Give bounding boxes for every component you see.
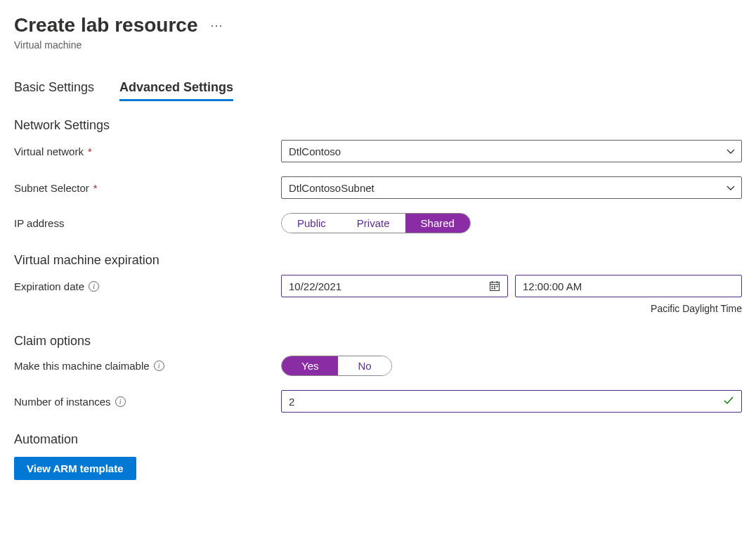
subnet-selector-select[interactable]: DtlContosoSubnet: [281, 176, 742, 199]
virtual-network-select[interactable]: DtlContoso: [281, 140, 742, 162]
page-subtitle: Virtual machine: [14, 39, 742, 51]
svg-rect-6: [497, 286, 498, 287]
section-claim-options: Claim options: [14, 334, 742, 349]
info-icon[interactable]: i: [89, 281, 99, 292]
expiration-date-value: 10/22/2021: [289, 280, 341, 292]
instances-input[interactable]: 2: [281, 390, 742, 413]
tab-advanced-settings[interactable]: Advanced Settings: [119, 80, 233, 101]
subnet-selector-value: DtlContosoSubnet: [289, 182, 374, 194]
required-indicator: *: [88, 145, 92, 157]
svg-rect-8: [494, 288, 495, 290]
claimable-toggle: Yes No: [281, 356, 392, 376]
svg-rect-7: [492, 288, 493, 290]
expiration-time-value: 12:00:00 AM: [523, 280, 582, 292]
svg-rect-4: [492, 286, 493, 287]
ip-option-public[interactable]: Public: [282, 214, 341, 233]
tabs: Basic Settings Advanced Settings: [14, 80, 742, 101]
section-network-settings: Network Settings: [14, 118, 742, 133]
view-arm-template-button[interactable]: View ARM template: [14, 457, 136, 480]
more-actions-icon[interactable]: ···: [210, 18, 223, 33]
timezone-label: Pacific Daylight Time: [651, 303, 742, 314]
info-icon[interactable]: i: [154, 361, 164, 371]
instances-label: Number of instances: [14, 396, 111, 408]
info-icon[interactable]: i: [115, 396, 126, 407]
ip-option-private[interactable]: Private: [341, 214, 405, 233]
claimable-yes[interactable]: Yes: [282, 356, 338, 375]
calendar-icon: [489, 280, 500, 292]
expiration-date-label: Expiration date: [14, 280, 84, 292]
instances-value: 2: [289, 396, 294, 408]
ip-address-toggle: Public Private Shared: [281, 213, 471, 233]
tab-basic-settings[interactable]: Basic Settings: [14, 80, 94, 101]
ip-option-shared[interactable]: Shared: [405, 214, 470, 233]
virtual-network-value: DtlContoso: [289, 145, 341, 157]
virtual-network-label: Virtual network: [14, 145, 84, 157]
subnet-selector-label: Subnet Selector: [14, 182, 89, 194]
expiration-date-input[interactable]: 10/22/2021: [281, 275, 508, 297]
ip-address-label: IP address: [14, 217, 64, 229]
svg-rect-5: [494, 286, 495, 287]
required-indicator: *: [93, 182, 98, 194]
checkmark-icon: [723, 395, 734, 408]
page-title: Create lab resource: [14, 14, 197, 37]
expiration-time-input[interactable]: 12:00:00 AM: [515, 275, 742, 297]
chevron-down-icon: [726, 183, 734, 192]
claimable-label: Make this machine claimable: [14, 360, 150, 372]
section-vm-expiration: Virtual machine expiration: [14, 253, 742, 268]
section-automation: Automation: [14, 432, 742, 447]
chevron-down-icon: [726, 147, 734, 155]
claimable-no[interactable]: No: [338, 356, 391, 375]
